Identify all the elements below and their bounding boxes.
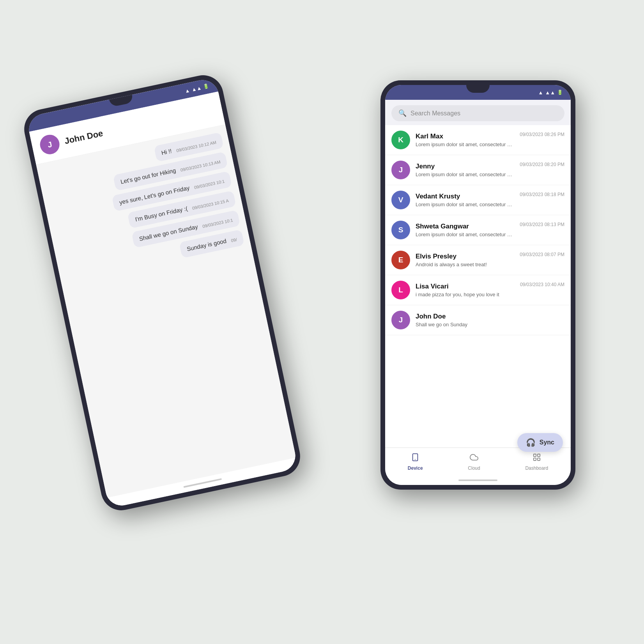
contact-item-shweta-gangwar[interactable]: S Shweta Gangwar Lorem ipsum dolor sit a… xyxy=(385,215,571,245)
contact-preview: Lorem ipsum dolor sit amet, consectetur … xyxy=(416,142,514,147)
contacts-list[interactable]: K Karl Max Lorem ipsum dolor sit amet, c… xyxy=(385,125,571,448)
signal-bars-right: ▲▲ xyxy=(545,90,555,96)
home-indicator-right xyxy=(385,476,571,485)
contact-item-vedant-krusty[interactable]: V Vedant Krusty Lorem ipsum dolor sit am… xyxy=(385,185,571,215)
dashboard-icon xyxy=(533,453,541,464)
contact-preview: Lorem ipsum dolor sit amet, consectetur … xyxy=(416,232,514,237)
sync-button[interactable]: 🎧 Sync xyxy=(517,433,563,452)
app-scene: ▲ ▲▲ 🔋 J John Doe Hi !! 09/03/2023 10:12… xyxy=(49,49,595,595)
contact-preview: Lorem ipsum dolor sit amet, consectetur … xyxy=(416,172,514,177)
message-time: 09/03/2023 10:1 xyxy=(202,218,233,228)
sync-icon: 🎧 xyxy=(526,438,536,447)
contact-name: Vedant Krusty xyxy=(416,193,514,200)
contact-name: Jenny xyxy=(416,163,514,170)
search-bar-container: 🔍 Search Messages xyxy=(385,100,571,125)
contact-item-john-doe[interactable]: J John Doe Shall we go on Sunday xyxy=(385,305,571,335)
contact-avatar: S xyxy=(391,221,410,239)
contact-avatar: V xyxy=(391,191,410,209)
wifi-icon-right: ▲ xyxy=(538,90,543,96)
contact-info: Elvis Presley Android is always a sweet … xyxy=(416,253,514,267)
message-time: 09/ xyxy=(231,237,237,243)
contact-info: Shweta Gangwar Lorem ipsum dolor sit ame… xyxy=(416,223,514,237)
contact-avatar: L xyxy=(391,281,410,299)
nav-label-device: Device xyxy=(408,465,423,471)
contact-time: 09/03/2023 08:26 PM xyxy=(520,131,564,137)
message-text: I'm Busy on Friday :( xyxy=(134,205,188,223)
contact-time: 09/03/2023 08:07 PM xyxy=(520,251,564,257)
svg-rect-5 xyxy=(538,458,540,460)
contact-name: Elvis Presley xyxy=(416,253,514,260)
contact-item-elvis-presley[interactable]: E Elvis Presley Android is always a swee… xyxy=(385,245,571,275)
contact-preview: Android is always a sweet treat! xyxy=(416,262,514,267)
message-text: Let's go out for Hiking xyxy=(120,167,177,185)
search-bar[interactable]: 🔍 Search Messages xyxy=(391,105,564,121)
sync-label: Sync xyxy=(540,439,554,446)
right-phone: ▲ ▲▲ 🔋 🔍 Search Messages K Karl Max xyxy=(380,80,575,490)
contact-info: Lisa Vicari i made pizza for you, hope y… xyxy=(416,283,515,297)
device-icon xyxy=(411,453,419,464)
message-time: 09/03/2023 10:13 AM xyxy=(180,159,221,172)
contact-avatar: K xyxy=(391,131,410,149)
messages-area[interactable]: Hi !! 09/03/2023 10:12 AM Let's go out f… xyxy=(36,125,296,498)
status-icons: ▲ ▲▲ 🔋 xyxy=(184,83,210,94)
left-phone: ▲ ▲▲ 🔋 J John Doe Hi !! 09/03/2023 10:12… xyxy=(21,71,304,514)
nav-item-device[interactable]: Device xyxy=(402,453,429,471)
contact-item-lisa-vicari[interactable]: L Lisa Vicari i made pizza for you, hope… xyxy=(385,275,571,305)
contact-info: Jenny Lorem ipsum dolor sit amet, consec… xyxy=(416,163,514,177)
svg-rect-2 xyxy=(534,454,536,456)
contact-preview: Shall we go on Sunday xyxy=(416,322,559,327)
battery-icon-right: 🔋 xyxy=(557,90,563,95)
message-text: Sunday is good xyxy=(186,237,227,252)
contact-time: 09/03/2023 10:40 AM xyxy=(520,281,564,287)
nav-item-dashboard[interactable]: Dashboard xyxy=(519,453,554,471)
message-time: 09/03/2023 10:1 xyxy=(194,179,225,190)
contact-name: Lisa Vicari xyxy=(416,283,515,290)
nav-label-dashboard: Dashboard xyxy=(525,465,548,471)
contact-avatar: J xyxy=(391,161,410,179)
message-text: Hi !! xyxy=(161,147,172,156)
message-time: 09/03/2023 10:15 A xyxy=(192,198,229,211)
svg-rect-4 xyxy=(534,458,536,460)
message-time: 09/03/2023 10:12 AM xyxy=(176,140,217,153)
contact-name: Karl Max xyxy=(416,133,514,140)
contact-info: Karl Max Lorem ipsum dolor sit amet, con… xyxy=(416,133,514,147)
contact-name: John Doe xyxy=(416,313,559,320)
message-text: Shall we go on Sunday xyxy=(138,223,198,242)
contact-time: 09/03/2023 08:18 PM xyxy=(520,191,564,197)
contact-item-karl-max[interactable]: K Karl Max Lorem ipsum dolor sit amet, c… xyxy=(385,125,571,155)
contact-time: 09/03/2023 08:20 PM xyxy=(520,161,564,167)
contact-info: Vedant Krusty Lorem ipsum dolor sit amet… xyxy=(416,193,514,207)
left-screen: ▲ ▲▲ 🔋 J John Doe Hi !! 09/03/2023 10:12… xyxy=(26,77,298,509)
chat-avatar: J xyxy=(38,133,61,156)
contact-info: John Doe Shall we go on Sunday xyxy=(416,313,559,327)
contact-name: Shweta Gangwar xyxy=(416,223,514,230)
battery-icon: 🔋 xyxy=(203,83,210,90)
contact-time: 09/03/2023 08:13 PM xyxy=(520,221,564,227)
contact-item-jenny[interactable]: J Jenny Lorem ipsum dolor sit amet, cons… xyxy=(385,155,571,185)
home-bar-right xyxy=(458,479,497,481)
chat-contact-name: John Doe xyxy=(64,128,104,146)
search-placeholder: Search Messages xyxy=(410,110,460,117)
status-icons-right: ▲ ▲▲ 🔋 xyxy=(538,90,563,96)
contact-avatar: J xyxy=(391,311,410,329)
nav-label-cloud: Cloud xyxy=(468,465,480,471)
contact-preview: i made pizza for you, hope you love it xyxy=(416,292,515,297)
svg-rect-3 xyxy=(538,454,540,456)
wifi-icon: ▲ xyxy=(184,87,191,94)
nav-item-cloud[interactable]: Cloud xyxy=(462,453,486,471)
cloud-icon xyxy=(470,453,478,464)
contact-preview: Lorem ipsum dolor sit amet, consectetur … xyxy=(416,202,514,207)
right-screen: ▲ ▲▲ 🔋 🔍 Search Messages K Karl Max xyxy=(385,85,571,485)
contact-avatar: E xyxy=(391,251,410,269)
search-icon: 🔍 xyxy=(398,109,407,117)
signal-bars: ▲▲ xyxy=(191,85,202,92)
